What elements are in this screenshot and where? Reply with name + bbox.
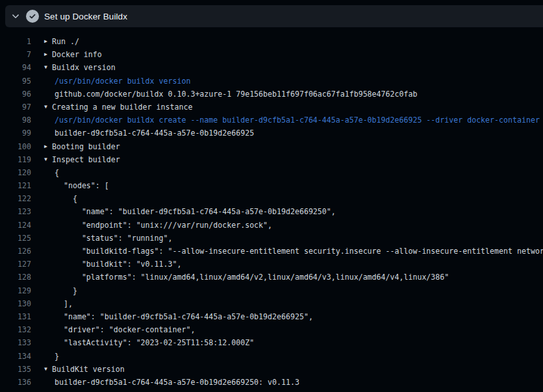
line-number[interactable]: 132 xyxy=(0,323,31,336)
log-group-title[interactable]: Docker info xyxy=(52,48,102,61)
line-gutter xyxy=(31,297,52,310)
log-line[interactable]: 97▼Creating a new builder instance xyxy=(0,101,543,114)
group-expanded-icon[interactable]: ▼ xyxy=(44,101,47,114)
line-number[interactable]: 120 xyxy=(0,166,31,179)
log-line: 99builder-d9cfb5a1-c764-445a-a57e-0b19d2… xyxy=(0,127,543,140)
group-collapsed-icon[interactable]: ▶ xyxy=(44,35,47,48)
group-expanded-icon[interactable]: ▼ xyxy=(44,363,47,376)
line-number[interactable]: 99 xyxy=(0,127,31,140)
log-output-text: "buildkitd-flags": "--allow-insecure-ent… xyxy=(52,245,543,258)
line-number[interactable]: 134 xyxy=(0,350,31,363)
log-line: 128 "platforms": "linux/amd64,linux/amd6… xyxy=(0,271,543,284)
line-gutter: ▼ xyxy=(31,101,52,114)
line-number[interactable]: 125 xyxy=(0,232,31,245)
log-output-text: } xyxy=(52,350,59,363)
line-number[interactable]: 129 xyxy=(0,284,31,297)
log-output-text: builder-d9cfb5a1-c764-445a-a57e-0b19d2e6… xyxy=(52,127,254,140)
line-gutter xyxy=(31,219,52,232)
line-number[interactable]: 123 xyxy=(0,205,31,218)
log-output-text: github.com/docker/buildx 0.10.3+azure-1 … xyxy=(52,88,417,101)
group-expanded-icon[interactable]: ▼ xyxy=(44,61,47,74)
line-number[interactable]: 130 xyxy=(0,297,31,310)
line-number[interactable]: 94 xyxy=(0,61,31,74)
log-group-title[interactable]: Booting builder xyxy=(52,140,120,153)
line-gutter xyxy=(31,336,52,349)
log-line[interactable]: 7▶Docker info xyxy=(0,48,543,61)
log-line: 96github.com/docker/buildx 0.10.3+azure-… xyxy=(0,88,543,101)
log-line: 98/usr/bin/docker buildx create --name b… xyxy=(0,114,543,127)
log-output-text: builder-d9cfb5a1-c764-445a-a57e-0b19d2e6… xyxy=(52,376,299,389)
line-gutter: ▼ xyxy=(31,61,52,74)
log-line: 133 "lastActivity": "2023-02-25T11:58:12… xyxy=(0,336,543,349)
log-output-text: "status": "running", xyxy=(52,232,172,245)
line-gutter: ▶ xyxy=(31,48,52,61)
line-gutter xyxy=(31,310,52,323)
line-number[interactable]: 127 xyxy=(0,258,31,271)
log-group-title[interactable]: BuildKit version xyxy=(52,363,125,376)
line-gutter xyxy=(31,114,52,127)
line-number[interactable]: 128 xyxy=(0,271,31,284)
log-output-text: "name": "builder-d9cfb5a1-c764-445a-a57e… xyxy=(52,205,336,218)
line-number[interactable]: 1 xyxy=(0,35,31,48)
log-group-title[interactable]: Run ./ xyxy=(52,35,79,48)
line-number[interactable]: 97 xyxy=(0,101,31,114)
log-output-text: ], xyxy=(52,297,73,310)
line-number[interactable]: 124 xyxy=(0,219,31,232)
line-gutter xyxy=(31,258,52,271)
group-collapsed-icon[interactable]: ▶ xyxy=(44,140,47,153)
log-line: 134} xyxy=(0,350,543,363)
log-command-text: /usr/bin/docker buildx create --name bui… xyxy=(52,114,540,127)
log-line: 121 "nodes": [ xyxy=(0,179,543,192)
line-number[interactable]: 100 xyxy=(0,140,31,153)
log-line[interactable]: 119▼Inspect builder xyxy=(0,153,543,166)
log-output-text: "endpoint": "unix:///var/run/docker.sock… xyxy=(52,219,272,232)
line-number[interactable]: 126 xyxy=(0,245,31,258)
line-number[interactable]: 122 xyxy=(0,192,31,205)
line-gutter xyxy=(31,75,52,88)
line-gutter xyxy=(31,323,52,336)
log-group-title[interactable]: Buildx version xyxy=(52,61,116,74)
log-output-text: { xyxy=(52,166,59,179)
log-command-text: /usr/bin/docker buildx version xyxy=(52,75,190,88)
log-output-text: } xyxy=(52,284,77,297)
log-line: 132 "driver": "docker-container", xyxy=(0,323,543,336)
log-line: 136builder-d9cfb5a1-c764-445a-a57e-0b19d… xyxy=(0,376,543,389)
line-number[interactable]: 98 xyxy=(0,114,31,127)
log-output-text: { xyxy=(52,192,77,205)
log-line: 124 "endpoint": "unix:///var/run/docker.… xyxy=(0,219,543,232)
log-line[interactable]: 100▶Booting builder xyxy=(0,140,543,153)
log-lines: 1▶Run ./7▶Docker info94▼Buildx version95… xyxy=(0,27,543,389)
check-circle-icon xyxy=(26,10,39,23)
line-number[interactable]: 7 xyxy=(0,48,31,61)
log-line[interactable]: 1▶Run ./ xyxy=(0,35,543,48)
group-collapsed-icon[interactable]: ▶ xyxy=(44,48,47,61)
line-number[interactable]: 95 xyxy=(0,75,31,88)
log-line[interactable]: 135▼BuildKit version xyxy=(0,363,543,376)
line-gutter xyxy=(31,245,52,258)
line-gutter xyxy=(31,192,52,205)
group-expanded-icon[interactable]: ▼ xyxy=(44,153,47,166)
line-number[interactable]: 96 xyxy=(0,88,31,101)
log-group-title[interactable]: Creating a new builder instance xyxy=(52,101,192,114)
log-line: 131 "name": "builder-d9cfb5a1-c764-445a-… xyxy=(0,310,543,323)
chevron-down-icon[interactable] xyxy=(10,11,21,21)
log-line: 120{ xyxy=(0,166,543,179)
line-number[interactable]: 133 xyxy=(0,336,31,349)
line-gutter: ▼ xyxy=(31,153,52,166)
line-number[interactable]: 135 xyxy=(0,363,31,376)
log-group-title[interactable]: Inspect builder xyxy=(52,153,120,166)
log-line: 125 "status": "running", xyxy=(0,232,543,245)
log-output-text: "platforms": "linux/amd64,linux/amd64/v2… xyxy=(52,271,449,284)
log-line[interactable]: 94▼Buildx version xyxy=(0,61,543,74)
line-gutter xyxy=(31,376,52,389)
line-number[interactable]: 121 xyxy=(0,179,31,192)
log-line: 130 ], xyxy=(0,297,543,310)
log-line: 123 "name": "builder-d9cfb5a1-c764-445a-… xyxy=(0,205,543,218)
line-number[interactable]: 119 xyxy=(0,153,31,166)
line-number[interactable]: 131 xyxy=(0,310,31,323)
line-gutter xyxy=(31,350,52,363)
line-number[interactable]: 136 xyxy=(0,376,31,389)
log-line: 129 } xyxy=(0,284,543,297)
line-gutter xyxy=(31,232,52,245)
step-header[interactable]: Set up Docker Buildx xyxy=(5,5,543,27)
